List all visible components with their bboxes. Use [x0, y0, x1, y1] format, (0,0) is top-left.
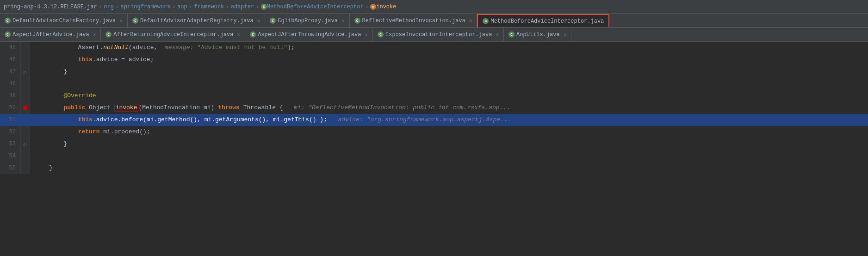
- breadcrumb-sep-2: ›: [116, 4, 119, 10]
- code-editor[interactable]: 45 Assert.notNull(advice, message: "Advi…: [0, 42, 868, 256]
- tab-close-6[interactable]: ✕: [93, 31, 96, 37]
- tab-aspectj-after-advice[interactable]: C AspectJAfterAdvice.java ✕: [0, 28, 101, 41]
- tab-icon-8: C: [250, 31, 256, 37]
- tab-close-1[interactable]: ✕: [119, 18, 123, 24]
- line-number-48: 48: [0, 78, 21, 90]
- tab-close-8[interactable]: ✕: [365, 31, 368, 37]
- breadcrumb-sep-4: ›: [189, 4, 192, 10]
- breadcrumb-sep-6: ›: [256, 4, 259, 10]
- fold-47[interactable]: ▷: [24, 69, 27, 75]
- tab-expose-invocation-interceptor[interactable]: C ExposeInvocationInterceptor.java ✕: [373, 28, 504, 41]
- tab-label-2: DefaultAdvisorAdapterRegistry.java: [140, 18, 254, 24]
- table-row: 46 this.advice = advice;: [0, 54, 868, 66]
- line-content-55: }: [30, 162, 868, 174]
- tab-label-8: AspectJAfterThrowingAdvice.java: [258, 31, 361, 38]
- tab-cglib-aop-proxy[interactable]: C CglibAopProxy.java ✕: [265, 14, 349, 27]
- tab-label-9: ExposeInvocationInterceptor.java: [385, 31, 492, 38]
- breadcrumb-sep-1: ›: [99, 4, 102, 10]
- table-row: 48: [0, 78, 868, 90]
- tab-label-7: AfterReturningAdviceInterceptor.java: [113, 31, 233, 38]
- line-content-47: }: [30, 66, 868, 78]
- table-row: 54: [0, 150, 868, 162]
- tab-icon-7: C: [105, 31, 112, 37]
- tab-label-4: ReflectiveMethodInvocation.java: [362, 18, 465, 24]
- tab-close-4[interactable]: ✕: [469, 18, 472, 24]
- gutter-52: [21, 126, 30, 138]
- table-row: 53 ▷ }: [0, 138, 868, 150]
- tab-icon-9: C: [378, 31, 384, 37]
- tab-label-6: AspectJAfterAdvice.java: [12, 31, 89, 38]
- breadcrumb-sep-7: ›: [366, 4, 369, 10]
- line-number-45: 45: [0, 42, 21, 54]
- tab-icon-1: C: [5, 18, 11, 24]
- gutter-49: [21, 90, 30, 102]
- code-area: 45 Assert.notNull(advice, message: "Advi…: [0, 42, 868, 256]
- gutter-45: [21, 42, 30, 54]
- tab-aspectj-after-throwing-advice[interactable]: C AspectJAfterThrowingAdvice.java ✕: [245, 28, 373, 41]
- breadcrumb-class[interactable]: MethodBeforeAdviceInterceptor: [267, 4, 364, 10]
- line-number-46: 46: [0, 54, 21, 66]
- tab-aop-utils[interactable]: C AopUtils.java ✕: [504, 28, 571, 41]
- line-content-50: public Object invoke(MethodInvocation mi…: [30, 102, 868, 114]
- breadcrumb-springframework[interactable]: springframework: [120, 4, 170, 10]
- line-number-51: 51: [0, 114, 21, 126]
- breadcrumb-method-icon: m: [370, 4, 376, 10]
- tab-icon-10: C: [508, 31, 515, 37]
- table-row: 55 }: [0, 162, 868, 174]
- fold-53[interactable]: ▷: [24, 141, 27, 147]
- line-number-54: 54: [0, 150, 21, 162]
- tab-method-before-advice-interceptor[interactable]: C MethodBeforeAdviceInterceptor.java: [477, 14, 609, 27]
- line-number-47: 47: [0, 66, 21, 78]
- tab-icon-3: C: [270, 18, 276, 24]
- breadcrumb-adapter[interactable]: adapter: [231, 4, 254, 10]
- breadcrumb-aop[interactable]: aop: [177, 4, 187, 10]
- table-row: 45 Assert.notNull(advice, message: "Advi…: [0, 42, 868, 54]
- breadcrumb-jar[interactable]: pring-aop-4.3.12.RELEASE.jar: [4, 4, 97, 10]
- tabs-row-1: C DefaultAdvisorChainFactory.java ✕ C De…: [0, 14, 868, 28]
- tab-close-3[interactable]: ✕: [341, 18, 345, 24]
- line-content-52: return mi.proceed();: [30, 126, 868, 138]
- table-row: 47 ▷ }: [0, 66, 868, 78]
- breadcrumb-method[interactable]: invoke: [376, 4, 396, 10]
- gutter-48: [21, 78, 30, 90]
- tab-close-7[interactable]: ✕: [237, 31, 241, 37]
- breadcrumb-org[interactable]: org: [104, 4, 114, 10]
- breadcrumb-framework[interactable]: framework: [194, 4, 224, 10]
- tab-label-1: DefaultAdvisorChainFactory.java: [12, 18, 116, 24]
- tab-after-returning-advice-interceptor[interactable]: C AfterReturningAdviceInterceptor.java ✕: [101, 28, 245, 41]
- tab-icon-5: C: [483, 18, 489, 24]
- gutter-46: [21, 54, 30, 66]
- tab-reflective-method-invocation[interactable]: C ReflectiveMethodInvocation.java ✕: [350, 14, 477, 27]
- line-content-46: this.advice = advice;: [30, 54, 868, 66]
- line-number-49: 49: [0, 90, 21, 102]
- line-number-53: 53: [0, 138, 21, 150]
- table-row: 52 return mi.proceed();: [0, 126, 868, 138]
- breakpoint-50: [23, 106, 28, 110]
- table-row: 50 public Object invoke(MethodInvocation…: [0, 102, 868, 114]
- tab-icon-4: C: [354, 18, 360, 24]
- gutter-50: [21, 102, 30, 114]
- tabs-row-2: C AspectJAfterAdvice.java ✕ C AfterRetur…: [0, 28, 868, 42]
- line-content-48: [30, 78, 868, 90]
- table-row: 49 @Override: [0, 90, 868, 102]
- tab-default-advisor-adapter-registry[interactable]: C DefaultAdvisorAdapterRegistry.java ✕: [128, 14, 265, 27]
- line-number-55: 55: [0, 162, 21, 174]
- tab-close-10[interactable]: ✕: [564, 31, 567, 37]
- tab-label-3: CglibAopProxy.java: [278, 18, 338, 24]
- breadcrumb-bar: pring-aop-4.3.12.RELEASE.jar › org › spr…: [0, 0, 868, 14]
- line-number-50: 50: [0, 102, 21, 114]
- line-content-54: [30, 150, 868, 162]
- line-number-52: 52: [0, 126, 21, 138]
- tab-default-advisor-chain-factory[interactable]: C DefaultAdvisorChainFactory.java ✕: [0, 14, 128, 27]
- breadcrumb-sep-3: ›: [173, 4, 176, 10]
- gutter-53: ▷: [21, 138, 30, 150]
- gutter-47: ▷: [21, 66, 30, 78]
- line-content-49: @Override: [30, 90, 868, 102]
- table-row: 51 this.advice.before(mi.getMethod(), mi…: [0, 114, 868, 126]
- tab-label-5: MethodBeforeAdviceInterceptor.java: [490, 18, 604, 25]
- tab-icon-2: C: [132, 18, 138, 24]
- tab-label-10: AopUtils.java: [516, 31, 560, 38]
- breadcrumb-sep-5: ›: [226, 4, 229, 10]
- tab-close-9[interactable]: ✕: [496, 31, 499, 37]
- tab-close-2[interactable]: ✕: [257, 18, 260, 24]
